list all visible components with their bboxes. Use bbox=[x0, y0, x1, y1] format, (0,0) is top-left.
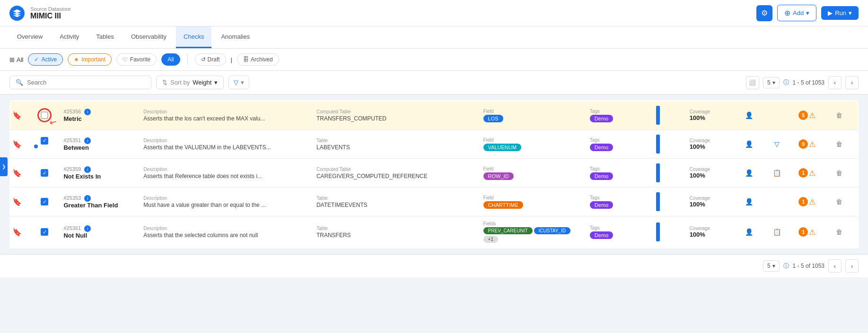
filter-chip-all2[interactable]: All bbox=[161, 53, 180, 66]
bookmark-icon[interactable]: 🔖 bbox=[12, 169, 22, 177]
grid-view-btn[interactable]: ⬜ bbox=[746, 76, 759, 89]
filter-dropdown-icon: ▾ bbox=[241, 79, 244, 86]
clipboard-icon[interactable]: 📋 bbox=[771, 167, 783, 179]
next-page-btn-bottom[interactable]: › bbox=[845, 259, 859, 273]
filter-icon-btn[interactable]: ▽ ▾ bbox=[228, 76, 249, 89]
check-name[interactable]: Between bbox=[63, 144, 136, 151]
tab-tables[interactable]: Tables bbox=[88, 26, 122, 48]
checks-table: 🔖 ↙ #25356 i Metric Description bbox=[9, 100, 859, 248]
alert-badge: 9 bbox=[798, 139, 808, 149]
table-row: 🔖 ✓ #25353 i Greater Than Field Descript… bbox=[10, 188, 858, 216]
check-name[interactable]: Not Null bbox=[63, 232, 136, 239]
trash-icon[interactable]: 🗑 bbox=[833, 167, 845, 179]
page-size-select-bottom[interactable]: 5 ▾ bbox=[763, 260, 780, 272]
pagination-right: ⬜ 5 ▾ ⓘ 1 - 5 of 1053 ‹ › bbox=[746, 76, 859, 89]
filter-chip-favorite[interactable]: ♡ Favorite bbox=[116, 53, 157, 66]
checked-checkbox[interactable]: ✓ bbox=[41, 228, 48, 236]
check-name[interactable]: Not Exists In bbox=[63, 173, 136, 180]
prev-page-btn[interactable]: ‹ bbox=[828, 76, 842, 89]
checked-checkbox[interactable]: ✓ bbox=[41, 137, 48, 145]
tab-observability[interactable]: Observability bbox=[123, 26, 174, 48]
red-circle-annotation: ↙ bbox=[37, 108, 52, 122]
field-tag[interactable]: CHARTTIME bbox=[483, 201, 523, 209]
filter-divider: | bbox=[231, 56, 232, 63]
layers-icon: ⊞ bbox=[9, 56, 15, 63]
filter-icon[interactable]: ▽ bbox=[771, 138, 783, 150]
help-icon-bottom: ⓘ bbox=[783, 262, 789, 270]
field-extra[interactable]: +1 bbox=[483, 236, 498, 243]
run-dropdown-icon: ▾ bbox=[849, 9, 852, 17]
bookmark-icon[interactable]: 🔖 bbox=[12, 228, 22, 236]
search-input-wrap[interactable]: 🔍 bbox=[9, 76, 151, 89]
bar-chart bbox=[656, 222, 660, 241]
field-tag-1[interactable]: PREV_CAREUNIT bbox=[483, 227, 533, 234]
empty-checkbox[interactable] bbox=[41, 111, 48, 119]
sort-by-label: Sort by bbox=[170, 79, 190, 86]
clipboard-icon[interactable]: 📋 bbox=[771, 226, 783, 238]
filter-chip-archived[interactable]: 🗄 Archived bbox=[237, 53, 279, 66]
nav-tabs: Overview Activity Tables Observability C… bbox=[0, 26, 868, 49]
bar-chart bbox=[656, 192, 660, 211]
tag-chip[interactable]: Demo bbox=[590, 172, 613, 180]
table-row: 🔖 ✓ #25351 i Between Description Asserts… bbox=[10, 130, 858, 159]
user-icon[interactable]: 👤 bbox=[743, 138, 755, 150]
checked-checkbox[interactable]: ✓ bbox=[41, 198, 48, 205]
user-icon[interactable]: 👤 bbox=[743, 196, 755, 208]
tab-checks[interactable]: Checks bbox=[176, 26, 211, 48]
filter-chip-draft[interactable]: ↺ Draft bbox=[195, 53, 226, 66]
warning-icon: ⚠ bbox=[809, 140, 815, 149]
bookmark-icon[interactable]: 🔖 bbox=[12, 140, 22, 148]
tag-chip[interactable]: Demo bbox=[590, 115, 613, 122]
next-page-btn[interactable]: › bbox=[845, 76, 859, 89]
user-icon[interactable]: 👤 bbox=[743, 167, 755, 179]
tag-chip[interactable]: Demo bbox=[590, 201, 613, 209]
tag-chip[interactable]: Demo bbox=[590, 144, 613, 151]
field-tag[interactable]: LOS bbox=[483, 115, 503, 122]
checked-checkbox[interactable]: ✓ bbox=[41, 169, 48, 177]
filter-chip-important[interactable]: ★ Important bbox=[68, 53, 112, 66]
help-icon: ⓘ bbox=[783, 78, 789, 86]
run-button[interactable]: ▶ Run ▾ bbox=[821, 6, 859, 20]
pagination-text-bottom: 1 - 5 of 1053 bbox=[793, 263, 824, 269]
check-name[interactable]: Metric bbox=[63, 115, 136, 122]
trash-icon[interactable]: 🗑 bbox=[833, 196, 845, 208]
check-icon: ✓ bbox=[34, 56, 39, 63]
trash-icon[interactable]: 🗑 bbox=[833, 226, 845, 238]
tab-overview[interactable]: Overview bbox=[9, 26, 50, 48]
check-id: #25359 i bbox=[63, 166, 136, 173]
settings-button[interactable]: ⚙ bbox=[756, 5, 772, 21]
bookmark-icon[interactable]: 🔖 bbox=[12, 111, 22, 120]
bookmark-icon[interactable]: 🔖 bbox=[12, 198, 22, 206]
tag-chip[interactable]: Demo bbox=[590, 231, 613, 239]
field-tag[interactable]: VALUENUM bbox=[483, 144, 521, 151]
tab-activity[interactable]: Activity bbox=[52, 26, 87, 48]
warning-icon: ⚠ bbox=[809, 169, 815, 178]
search-input[interactable] bbox=[27, 79, 145, 86]
trash-icon[interactable]: 🗑 bbox=[833, 138, 845, 150]
check-description: Must have a value greater than or equal … bbox=[143, 202, 309, 208]
sort-dropdown-icon: ▾ bbox=[214, 79, 218, 86]
add-button[interactable]: ⊕ Add ▾ bbox=[777, 5, 816, 21]
prev-page-btn-bottom[interactable]: ‹ bbox=[828, 259, 842, 273]
page-size-dropdown-icon: ▾ bbox=[772, 79, 775, 86]
coverage-value: 100% bbox=[690, 201, 736, 208]
blue-dot bbox=[34, 145, 38, 148]
tab-anomalies[interactable]: Anomalies bbox=[213, 26, 257, 48]
filter-chip-all-layers[interactable]: ⊞ All bbox=[9, 56, 23, 63]
user-icon[interactable]: 👤 bbox=[743, 109, 755, 121]
trash-icon[interactable]: 🗑 bbox=[833, 109, 845, 121]
check-description: Asserts that the los can't exceed the MA… bbox=[143, 115, 309, 122]
sort-icon: ⇅ bbox=[162, 79, 167, 86]
sort-wrap[interactable]: ⇅ Sort by Weight ▾ bbox=[156, 76, 224, 89]
check-name[interactable]: Greater Than Field bbox=[63, 202, 136, 209]
user-icon[interactable]: 👤 bbox=[743, 226, 755, 238]
check-description: Asserts that the selected columns are no… bbox=[143, 232, 309, 239]
field-tag[interactable]: ROW_ID bbox=[483, 172, 514, 180]
warning-icon: ⚠ bbox=[809, 111, 815, 120]
sidebar-toggle[interactable]: ❯ bbox=[0, 157, 8, 176]
add-dropdown-icon: ▾ bbox=[806, 9, 809, 17]
archive-icon: 🗄 bbox=[243, 56, 249, 63]
page-size-select[interactable]: 5 ▾ bbox=[763, 77, 780, 88]
filter-chip-active[interactable]: ✓ Active bbox=[28, 53, 63, 66]
field-tag-2[interactable]: ICUSTAY_ID bbox=[534, 227, 570, 234]
